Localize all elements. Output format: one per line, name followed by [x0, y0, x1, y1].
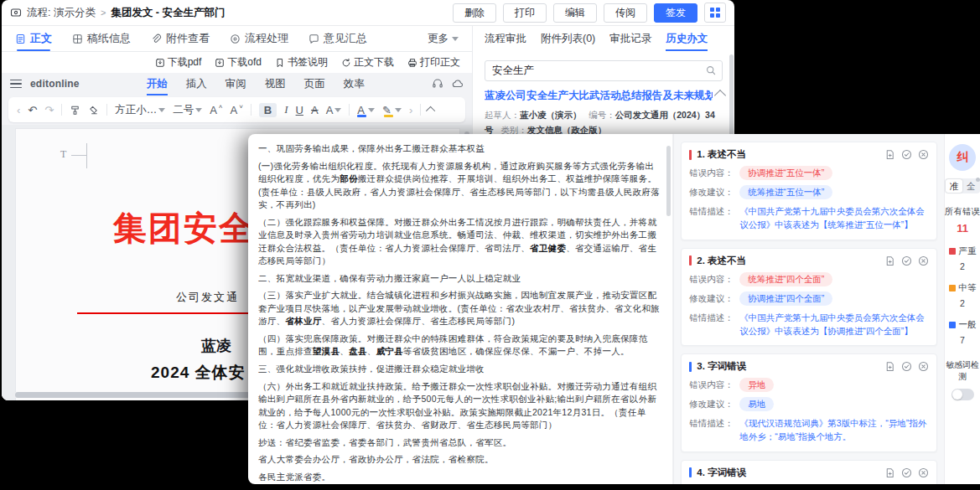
legend-medium[interactable]: 中等 — [945, 282, 980, 294]
italic-button[interactable]: I — [284, 103, 288, 116]
flagged-word[interactable]: 省林业厅 — [285, 316, 321, 326]
error-description[interactable]: 《中国共产党第十九届中央委员会第六次全体会议公报》中该表述为【统筹推进“五位一体… — [739, 204, 929, 232]
strikethrough-button[interactable]: A — [311, 104, 319, 116]
sign-issue-button[interactable]: 签发 — [654, 3, 697, 23]
menu-home[interactable]: 开始 — [147, 77, 168, 91]
breadcrumb-prefix[interactable]: 流程: 演示分类 — [27, 6, 96, 20]
accept-check-icon[interactable] — [901, 467, 912, 478]
document-toolbar: 下载pdf 下载ofd 书签说明 正文下载 打印正文 — [2, 52, 472, 73]
bold-button[interactable]: B — [259, 103, 277, 117]
more-menu[interactable]: 更多 — [428, 32, 459, 46]
collapse-toolbar-icon[interactable] — [426, 106, 435, 116]
dismiss-close-icon[interactable] — [918, 149, 929, 160]
print-body-link[interactable]: 打印正文 — [407, 55, 460, 70]
format-toolbar: ‹ ↶ ↷ 方正小… 二号 A˄ A˅ B I U A A — [8, 97, 465, 122]
body-download-link[interactable]: 正文下载 — [341, 55, 394, 70]
result-title[interactable]: 蓝凌公司安全生产大比武活动总结报告及未来规划 — [485, 89, 713, 103]
accept-check-icon[interactable] — [901, 255, 912, 266]
mode-full-button[interactable]: 全 — [962, 179, 979, 193]
flagged-word[interactable]: 盘县 — [349, 346, 367, 356]
menu-insert[interactable]: 插入 — [186, 77, 207, 91]
tab-attachments[interactable]: 附件查看 — [151, 26, 210, 51]
error-card[interactable]: 3. 字词错误 错误内容：异地修改建议：易地错情描述：《现代汉语规范词典》第3版… — [681, 353, 937, 452]
window-topbar: 流程: 演示分类 > 集团发文 - 安全生产部门 删除 打印 编辑 传阅 签发 — [2, 0, 734, 26]
error-description-row: 错情描述：《现代汉语规范词典》第3版中标注，“异地”指外地外乡；“易地”指换个地… — [689, 416, 929, 444]
delete-button[interactable]: 删除 — [453, 3, 496, 23]
flagged-word[interactable]: 省卫健委 — [530, 243, 566, 253]
redo-icon[interactable]: ↷ — [44, 104, 54, 116]
accept-check-icon[interactable] — [901, 361, 912, 372]
menu-view[interactable]: 视图 — [265, 77, 286, 91]
severe-dot — [949, 248, 956, 255]
print-button[interactable]: 打印 — [503, 3, 547, 23]
font-size-select[interactable]: 二号 — [173, 103, 202, 117]
error-card[interactable]: 4. 字词错误 错误内容：部份修改建议：部分 — [681, 460, 937, 484]
menu-efficiency[interactable]: 效率 — [344, 77, 365, 91]
edit-button[interactable]: 编辑 — [553, 3, 597, 23]
apply-to-doc-icon[interactable] — [884, 361, 895, 372]
increase-font-icon[interactable]: A˄ — [210, 104, 222, 116]
menu-page[interactable]: 页面 — [304, 77, 325, 91]
mode-accurate-button[interactable]: 准 — [946, 179, 962, 193]
apply-to-doc-icon[interactable] — [884, 255, 895, 266]
legend-severe[interactable]: 严重 — [945, 245, 980, 257]
scroll-left-icon[interactable]: ‹ — [17, 104, 20, 116]
proofread-logo[interactable]: 纠 — [949, 144, 976, 171]
tab-flow-approval[interactable]: 流程审批 — [485, 26, 526, 51]
tab-history-docs[interactable]: 历史办文 — [666, 26, 708, 51]
format-painter-icon[interactable] — [70, 105, 80, 116]
error-description[interactable]: 《中国共产党第十九届中央委员会第六次全体会议公报》中该表述为【协调推进“四个全面… — [739, 311, 929, 338]
all-errors-count: 11 — [945, 222, 980, 235]
circulate-button[interactable]: 传阅 — [604, 3, 647, 23]
support-headset-icon[interactable] — [432, 78, 443, 90]
underline-button[interactable]: U — [296, 104, 303, 116]
tab-process[interactable]: 流程处理 — [230, 26, 288, 51]
tab-draft-info[interactable]: 稿纸信息 — [72, 26, 131, 51]
dismiss-close-icon[interactable] — [918, 361, 929, 372]
tab-opinions[interactable]: 意见汇总 — [309, 26, 367, 51]
legend-normal[interactable]: 一般 — [945, 319, 980, 331]
breadcrumb-current: 集团发文 - 安全生产部门 — [111, 6, 225, 20]
chevron-up-icon[interactable] — [714, 90, 726, 101]
flagged-word[interactable]: 部份 — [340, 173, 358, 183]
tab-attachment-list[interactable]: 附件列表(0) — [541, 26, 595, 51]
tab-approval-records[interactable]: 审批记录 — [609, 26, 651, 51]
undo-icon[interactable]: ↶ — [28, 104, 37, 116]
search-icon[interactable] — [705, 64, 717, 76]
font-color-button[interactable]: A — [357, 104, 375, 116]
dismiss-close-icon[interactable] — [918, 255, 929, 266]
error-field-row: 修改建议：协调推进“四个全面” — [689, 291, 929, 306]
download-pdf-link[interactable]: 下载pdf — [155, 55, 202, 70]
apps-grid-button[interactable] — [704, 3, 726, 23]
field-value-pill: 统筹推进“五位一体” — [739, 185, 832, 199]
error-description[interactable]: 《现代汉语规范词典》第3版中标注，“异地”指外地外乡；“易地”指换个地方。 — [739, 416, 929, 444]
download-ofd-link[interactable]: 下载ofd — [215, 55, 262, 70]
search-input[interactable] — [485, 60, 723, 81]
apply-to-doc-icon[interactable] — [884, 149, 895, 160]
document-paragraph: （三）落实产业扩大就业。结合城镇化进程和乡村振兴战略实施，因地制宜发展产业，推动… — [258, 289, 662, 328]
clear-format-icon[interactable] — [88, 105, 99, 116]
tab-body-text[interactable]: 正文 — [15, 26, 52, 51]
flagged-word[interactable]: 望漠县 — [313, 346, 340, 356]
scroll-right-icon[interactable]: › — [409, 104, 412, 116]
proofread-document[interactable]: 一、巩固劳务输出成果，保障外出务工搬迁群众基本权益(一)强化劳务输出组织化程度。… — [248, 134, 666, 484]
dismiss-close-icon[interactable] — [918, 467, 929, 478]
flagged-word[interactable]: 威宁县 — [376, 346, 402, 356]
more-text-styles[interactable]: A — [326, 104, 342, 116]
bookmark-help-link[interactable]: 书签说明 — [275, 55, 328, 70]
error-card[interactable]: 2. 表述不当 错误内容：统筹推进“四个全面”修改建议：协调推进“四个全面”错情… — [681, 248, 937, 347]
error-card[interactable]: 1. 表述不当 错误内容：协调推进“五位一体”修改建议：统筹推进“五位一体”错情… — [681, 142, 937, 240]
cloud-sync-icon[interactable] — [452, 78, 464, 90]
all-errors-label: 所有错误 — [945, 206, 980, 218]
font-family-select[interactable]: 方正小… — [115, 103, 165, 117]
sensitive-words-toggle[interactable] — [951, 389, 974, 400]
apply-to-doc-icon[interactable] — [884, 467, 895, 478]
accept-check-icon[interactable] — [901, 149, 912, 160]
hamburger-icon[interactable] — [10, 80, 22, 89]
panel-scrollbar[interactable] — [729, 54, 734, 145]
menu-review[interactable]: 审阅 — [226, 77, 246, 91]
field-label: 错情描述： — [689, 311, 739, 325]
document-scrollbar[interactable] — [666, 134, 673, 484]
highlight-button[interactable]: ✎ — [382, 104, 402, 116]
decrease-font-icon[interactable]: A˅ — [231, 104, 243, 116]
